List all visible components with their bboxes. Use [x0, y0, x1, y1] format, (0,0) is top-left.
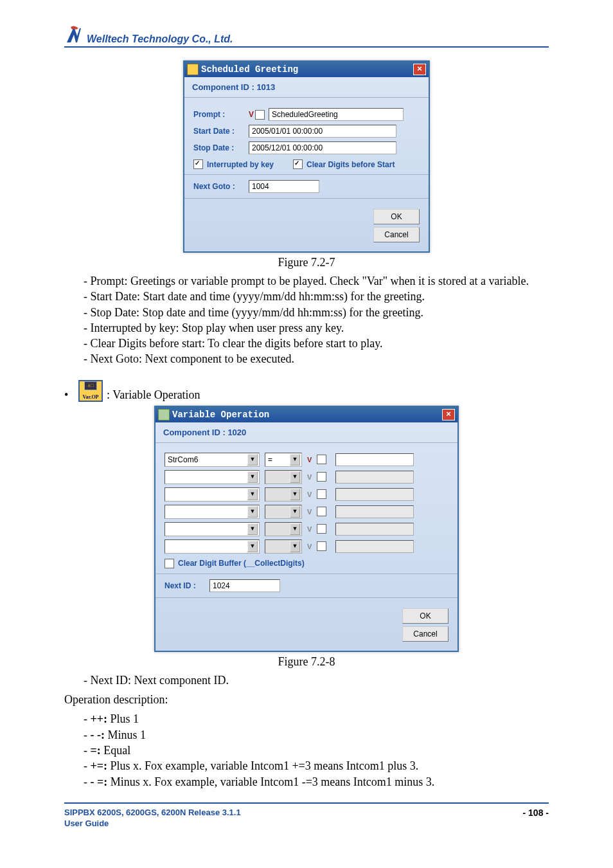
footer-product: SIPPBX 6200S, 6200GS, 6200N Release 3.1.…	[64, 808, 241, 818]
next-goto-label: Next Goto :	[193, 182, 249, 191]
variable-operation-heading: ±□Var.OP : Variable Operation	[64, 380, 549, 402]
next-id-label: Next ID :	[164, 581, 209, 590]
close-icon[interactable]: ×	[413, 64, 426, 75]
chevron-down-icon: ▼	[247, 489, 258, 500]
chevron-down-icon: ▼	[290, 506, 300, 518]
next-goto-input[interactable]	[249, 180, 319, 193]
ok-button[interactable]: OK	[402, 608, 449, 624]
chevron-down-icon: ▼	[290, 523, 300, 535]
value-input-5	[335, 523, 414, 536]
v-checkbox-4	[317, 507, 326, 516]
v-checkbox-6	[317, 541, 326, 551]
figure-caption-1: Figure 7.2-7	[64, 256, 549, 269]
opdesc-plus1: ++: Plus 1	[84, 711, 549, 727]
v-label: V	[307, 525, 312, 533]
value-input-6	[335, 540, 414, 553]
start-date-input[interactable]	[249, 125, 396, 138]
note-next: Next Goto: Next component to be executed…	[84, 351, 549, 366]
chevron-down-icon: ▼	[247, 541, 258, 552]
note-prompt: Prompt: Greetings or variable prompt to …	[84, 273, 549, 289]
v-checkbox-2	[317, 472, 326, 482]
value-input-1[interactable]	[335, 453, 414, 466]
clear-buffer-checkbox[interactable]	[164, 559, 174, 568]
v-checkbox-5	[317, 524, 326, 534]
explanation-list-2: Next ID: Next component ID. Operation de…	[64, 673, 549, 790]
page-number: - 108 -	[523, 808, 549, 818]
v-label: V	[307, 473, 312, 481]
dialog-title: Scheduled Greeting	[201, 64, 298, 75]
page-footer: SIPPBX 6200S, 6200GS, 6200N Release 3.1.…	[64, 802, 549, 829]
page-header: Welltech Technology Co., Ltd.	[64, 26, 549, 48]
clear-buffer-label: Clear Digit Buffer (__CollectDigits)	[178, 559, 305, 568]
next-id-input[interactable]	[209, 579, 280, 592]
cancel-button[interactable]: Cancel	[373, 227, 420, 242]
opdesc-minus1: - -: Minus 1	[84, 727, 549, 743]
close-icon[interactable]: ×	[442, 409, 455, 420]
chevron-down-icon: ▼	[290, 454, 300, 466]
var-select-3[interactable]: ▼	[164, 487, 260, 502]
op-select-2: ▼	[265, 470, 302, 484]
var-select-4[interactable]: ▼	[164, 505, 260, 519]
var-select-1[interactable]: StrCom6▼	[164, 453, 260, 467]
component-id-2: Component ID : 1020	[155, 422, 458, 443]
company-name: Welltech Technology Co., Ltd.	[87, 33, 233, 45]
component-id: Component ID : 1013	[184, 77, 429, 98]
var-select-5[interactable]: ▼	[164, 522, 260, 536]
varop-label: : Variable Operation	[107, 388, 200, 402]
opdesc-heading: Operation description:	[64, 692, 549, 707]
stop-date-label: Stop Date :	[193, 143, 249, 152]
v-label: V	[307, 456, 312, 464]
v-label: V	[307, 508, 312, 516]
op-select-5: ▼	[265, 522, 302, 536]
note-interrupted: Interrupted by key: Stop play when user …	[84, 320, 549, 336]
v-checkbox-1[interactable]	[317, 455, 326, 464]
clear-digits-label: Clear Digits before Start	[306, 160, 395, 169]
chevron-down-icon: ▼	[247, 471, 258, 483]
opdesc-equal: =: Equal	[84, 743, 549, 758]
op-select-4: ▼	[265, 505, 302, 519]
v-checkbox-3	[317, 489, 326, 499]
var-checkbox[interactable]	[255, 110, 265, 120]
note-start: Start Date: Start date and time (yyyy/mm…	[84, 289, 549, 304]
value-input-2	[335, 471, 414, 484]
interrupted-checkbox[interactable]	[193, 159, 203, 169]
op-select-6: ▼	[265, 539, 302, 554]
prompt-label: Prompt :	[193, 110, 249, 119]
footer-doc: User Guide	[64, 818, 241, 829]
varop-icon: ±□Var.OP	[78, 380, 103, 402]
var-select-6[interactable]: ▼	[164, 539, 260, 554]
v-label: V	[307, 491, 312, 498]
figure-caption-2: Figure 7.2-8	[64, 655, 549, 669]
op-select-1[interactable]: =▼	[265, 453, 302, 467]
company-logo-icon	[64, 26, 84, 45]
chevron-down-icon: ▼	[290, 471, 300, 483]
stop-date-input[interactable]	[249, 141, 396, 154]
variable-operation-dialog: Variable Operation × Component ID : 1020…	[154, 406, 459, 652]
value-input-4	[335, 505, 414, 518]
dialog2-titlebar[interactable]: Variable Operation ×	[155, 407, 458, 422]
chevron-down-icon: ▼	[290, 541, 300, 552]
opdesc-minuseq: - =: Minus x. Fox example, variable Intc…	[84, 774, 549, 790]
cancel-button[interactable]: Cancel	[402, 626, 449, 642]
note-stop: Stop Date: Stop date and time (yyyy/mm/d…	[84, 305, 549, 320]
start-date-label: Start Date :	[193, 127, 249, 136]
var-select-2[interactable]: ▼	[164, 470, 260, 484]
interrupted-label: Interrupted by key	[207, 160, 274, 169]
chevron-down-icon: ▼	[247, 454, 258, 466]
value-input-3	[335, 488, 414, 501]
note-nextid: Next ID: Next component ID.	[84, 673, 549, 688]
opdesc-pluseq: +=: Plus x. Fox example, variable Intcom…	[84, 758, 549, 773]
op-select-3: ▼	[265, 487, 302, 502]
ok-button[interactable]: OK	[373, 209, 420, 224]
chevron-down-icon: ▼	[247, 523, 258, 535]
scheduled-greeting-dialog: Scheduled Greeting × Component ID : 1013…	[183, 60, 430, 253]
clear-digits-checkbox[interactable]	[293, 159, 303, 169]
dialog2-icon	[158, 409, 170, 420]
prompt-input[interactable]	[269, 108, 404, 121]
dialog-icon	[187, 64, 199, 75]
chevron-down-icon: ▼	[290, 489, 300, 500]
explanation-list-1: Prompt: Greetings or variable prompt to …	[64, 273, 549, 367]
dialog-titlebar[interactable]: Scheduled Greeting ×	[184, 62, 429, 77]
v-label: V	[307, 543, 312, 550]
note-clear: Clear Digits before start: To clear the …	[84, 336, 549, 351]
